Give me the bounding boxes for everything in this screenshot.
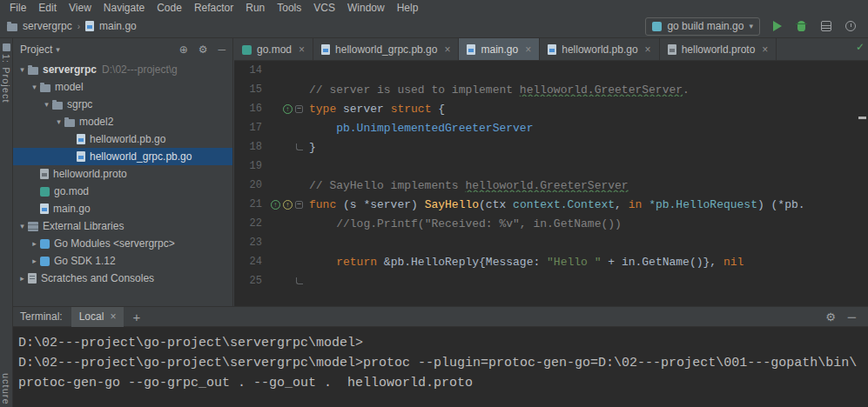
- tree-item-model[interactable]: ▾model: [13, 78, 232, 96]
- play-icon: [773, 21, 782, 31]
- close-icon[interactable]: ×: [645, 43, 651, 56]
- code-line[interactable]: 23: [234, 233, 868, 252]
- code-line[interactable]: 14: [234, 61, 868, 80]
- close-icon[interactable]: ×: [444, 43, 450, 56]
- tree-item-helloworld-proto[interactable]: helloworld.proto: [13, 165, 232, 183]
- code-line[interactable]: 15// server is used to implement hellowo…: [234, 80, 868, 99]
- close-icon[interactable]: ×: [299, 43, 305, 56]
- menu-item-refactor[interactable]: Refactor: [188, 1, 239, 15]
- code-token: [309, 122, 336, 135]
- fold-marker-icon[interactable]: −: [295, 201, 303, 209]
- run-button[interactable]: [770, 19, 784, 34]
- editor-tab-go-mod[interactable]: go.mod×: [234, 38, 313, 60]
- menu-item-navigate[interactable]: Navigate: [98, 1, 151, 15]
- scrollbar-marker[interactable]: [858, 117, 866, 119]
- menu-item-file[interactable]: File: [3, 1, 32, 15]
- folder-icon: [28, 67, 38, 75]
- structure-stripe-label: ucture: [1, 373, 11, 405]
- code-token: &pb.HelloReply{Message:: [384, 256, 547, 269]
- gutter: ↑↑−: [269, 200, 309, 210]
- implemented-marker-icon[interactable]: ↑: [271, 200, 280, 210]
- editor-tab-helloworld-proto[interactable]: helloworld.proto×: [660, 38, 777, 60]
- code-line[interactable]: 19: [234, 157, 868, 176]
- tree-item-go-modules-servergrpc[interactable]: ▸Go Modules <servergrpc>: [13, 235, 232, 252]
- run-configuration-select[interactable]: go build main.go ▾: [645, 17, 760, 36]
- editor-tab-helloworld-grpc-pb-go[interactable]: helloworld_grpc.pb.go×: [313, 38, 459, 60]
- menu-item-edit[interactable]: Edit: [32, 1, 63, 15]
- tree-expand-arrow-icon[interactable]: ▾: [41, 100, 52, 109]
- tree-item-go-mod[interactable]: go.mod: [13, 183, 232, 200]
- hide-panel-icon[interactable]: ─: [218, 43, 225, 56]
- implemented-marker-icon[interactable]: ↑: [283, 104, 293, 114]
- code-line[interactable]: 25: [234, 271, 868, 290]
- menu-item-window[interactable]: Window: [341, 1, 391, 15]
- breadcrumb-project[interactable]: servergrpc: [23, 20, 72, 32]
- tree-item-model2[interactable]: ▾model2: [13, 113, 232, 130]
- close-icon[interactable]: ×: [525, 43, 531, 56]
- project-panel-title[interactable]: Project: [20, 43, 52, 56]
- code-line[interactable]: 17 pb.UnimplementedGreeterServer: [234, 118, 868, 137]
- coverage-button[interactable]: [818, 19, 833, 34]
- menu-item-run[interactable]: Run: [239, 1, 271, 15]
- locate-file-icon[interactable]: ⊕: [179, 43, 188, 56]
- menu-item-code[interactable]: Code: [151, 1, 188, 15]
- minimize-panel-icon[interactable]: ─: [848, 310, 856, 324]
- editor-tab-main-go[interactable]: main.go×: [459, 38, 540, 60]
- tree-expand-arrow-icon[interactable]: ▾: [53, 117, 64, 126]
- tree-expand-arrow-icon[interactable]: ▸: [29, 257, 40, 265]
- editor-tab-helloworld-pb-go[interactable]: helloworld.pb.go×: [540, 38, 659, 60]
- debug-button[interactable]: [794, 19, 809, 34]
- menu-item-vcs[interactable]: VCS: [307, 1, 341, 15]
- code-line[interactable]: 24 return &pb.HelloReply{Message: "Hello…: [234, 252, 868, 271]
- tree-item-scratches-and-consoles[interactable]: ▸Scratches and Consoles: [13, 270, 232, 287]
- tree-expand-arrow-icon[interactable]: ▸: [29, 239, 40, 248]
- tree-expand-arrow-icon[interactable]: ▾: [29, 83, 40, 91]
- code-token: {: [438, 103, 445, 116]
- tree-item-helloworld-grpc-pb-go[interactable]: helloworld_grpc.pb.go: [13, 148, 232, 165]
- menu-item-tools[interactable]: Tools: [271, 1, 307, 15]
- new-terminal-button[interactable]: +: [132, 310, 140, 324]
- fold-end-marker-icon[interactable]: [296, 143, 303, 150]
- code-line[interactable]: 20// SayHello implements helloworld.Gree…: [234, 176, 868, 195]
- chevron-down-icon[interactable]: ▾: [56, 45, 60, 54]
- terminal-tab-local[interactable]: Local ×: [71, 307, 124, 327]
- code-line[interactable]: 21↑↑−func (s *server) SayHello(ctx conte…: [234, 195, 868, 214]
- tree-item-external-libraries[interactable]: ▾External Libraries: [13, 217, 232, 235]
- settings-icon[interactable]: ⚙: [198, 43, 208, 56]
- code-editor[interactable]: 1415// server is used to implement hello…: [234, 61, 868, 306]
- code-text: // SayHello implements helloworld.Greete…: [309, 179, 868, 192]
- inspections-ok-icon[interactable]: ✓: [856, 41, 865, 53]
- fold-marker-icon[interactable]: −: [295, 105, 303, 113]
- overridden-marker-icon[interactable]: ↑: [283, 200, 293, 210]
- close-icon[interactable]: ×: [762, 43, 768, 56]
- tree-expand-arrow-icon[interactable]: ▸: [17, 274, 28, 283]
- tree-item-sgrpc[interactable]: ▾sgrpc: [13, 96, 232, 113]
- menu-item-view[interactable]: View: [63, 1, 98, 15]
- fold-end-marker-icon[interactable]: [296, 277, 303, 284]
- terminal-settings-icon[interactable]: ⚙: [825, 310, 836, 324]
- tree-item-go-sdk-1-12[interactable]: ▸Go SDK 1.12: [13, 252, 232, 270]
- tree-expand-arrow-icon[interactable]: ▾: [17, 65, 28, 74]
- tree-item-main-go[interactable]: main.go: [13, 200, 232, 217]
- tree-item-helloworld-pb-go[interactable]: helloworld.pb.go: [13, 130, 232, 148]
- close-icon[interactable]: ×: [110, 310, 116, 323]
- code-token: context.Context: [513, 198, 615, 211]
- tool-window-button-project[interactable]: 1: Project: [0, 43, 12, 103]
- code-line[interactable]: 16↑−type server struct {: [234, 99, 868, 118]
- code-token: in: [629, 198, 649, 211]
- terminal-output[interactable]: D:\02---project\go-project\servergrpc\mo…: [13, 327, 868, 393]
- menu-item-help[interactable]: Help: [391, 1, 425, 15]
- breadcrumb-file[interactable]: main.go: [99, 20, 137, 32]
- protofile-icon: [40, 169, 49, 179]
- code-line[interactable]: 18}: [234, 137, 868, 157]
- code-token: // server is used to implement: [309, 83, 520, 97]
- tool-window-button-structure[interactable]: ucture: [0, 373, 12, 405]
- code-token: ) (*pb.: [757, 198, 805, 211]
- folder-icon: [7, 23, 17, 31]
- lib-icon: [28, 222, 38, 231]
- code-token: ,: [615, 198, 629, 211]
- tree-expand-arrow-icon[interactable]: ▾: [17, 222, 28, 230]
- tree-item-servergrpc[interactable]: ▾servergrpcD:\02---project\g: [13, 61, 232, 78]
- profiler-button[interactable]: [843, 19, 858, 34]
- code-line[interactable]: 22 //log.Printf("Received: %v", in.GetNa…: [234, 214, 868, 233]
